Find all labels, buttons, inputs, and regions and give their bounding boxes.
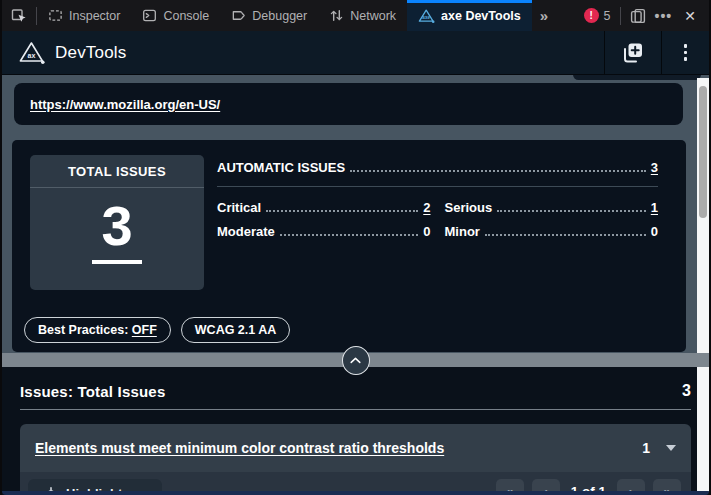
issue-card: Elements must meet minimum color contras… <box>20 424 691 495</box>
moderate-value: 0 <box>423 224 430 239</box>
scan-filter-pills: Best Practices: OFF WCAG 2.1 AA <box>24 317 290 343</box>
critical-value-link[interactable]: 2 <box>423 200 430 215</box>
devtools-meatball-menu-icon[interactable]: ••• <box>655 8 673 24</box>
responsive-design-mode-icon[interactable] <box>630 8 646 24</box>
serious-row: Serious 1 <box>445 200 659 215</box>
svg-text:axe: axe <box>422 15 430 20</box>
issue-rule-link[interactable]: Elements must meet minimum color contras… <box>35 440 642 456</box>
issues-section: Issues: Total Issues 3 Elements must mee… <box>2 367 709 495</box>
tab-inspector[interactable]: Inspector <box>37 0 131 31</box>
minor-label: Minor <box>445 224 480 239</box>
summary-scroll-area: https://www.mozilla.org/en-US/ TOTAL ISS… <box>2 75 709 353</box>
critical-label: Critical <box>217 200 261 215</box>
minor-value: 0 <box>651 224 658 239</box>
issues-total-count: 3 <box>682 382 691 400</box>
dot-leader <box>497 210 646 212</box>
tab-network-label: Network <box>350 9 396 23</box>
wcag-standard-pill[interactable]: WCAG 2.1 AA <box>181 317 291 343</box>
wcag-standard-label: WCAG 2.1 AA <box>195 323 277 337</box>
scanned-url-card: https://www.mozilla.org/en-US/ <box>14 83 683 125</box>
devtools-tabbar: Inspector Console Debugger <box>2 0 709 31</box>
element-picker-icon <box>11 8 27 24</box>
network-icon <box>329 8 344 23</box>
console-error-indicator[interactable]: ! 5 <box>584 8 611 23</box>
issue-title-row[interactable]: Elements must meet minimum color contras… <box>20 424 691 472</box>
element-picker-button[interactable] <box>2 0 36 31</box>
options-menu-button[interactable] <box>661 31 710 74</box>
add-page-icon <box>621 41 645 65</box>
collapse-summary-button[interactable] <box>342 346 370 375</box>
scanned-url-link[interactable]: https://www.mozilla.org/en-US/ <box>30 97 220 112</box>
inspector-icon <box>48 8 63 23</box>
stats-divider <box>217 186 658 187</box>
issue-summary-card: TOTAL ISSUES 3 AUTOMATIC ISSUES 3 Critic… <box>12 140 686 352</box>
automatic-issues-label: AUTOMATIC ISSUES <box>217 160 345 175</box>
serious-value-link[interactable]: 1 <box>651 200 658 215</box>
tab-console-label: Console <box>163 9 209 23</box>
issues-heading: Issues: Total Issues <box>20 383 165 400</box>
scrollbar-thumb[interactable] <box>699 86 707 218</box>
page-title: DevTools <box>55 43 127 63</box>
axe-logo-icon: axe <box>418 8 435 24</box>
total-issues-box: TOTAL ISSUES 3 <box>30 155 204 290</box>
debugger-icon <box>231 8 246 23</box>
axe-header: ax DevTools <box>2 31 709 75</box>
close-devtools-icon[interactable]: ✕ <box>681 8 699 24</box>
vertical-scrollbar[interactable] <box>697 78 709 492</box>
best-practices-label: Best Practices: <box>38 323 132 337</box>
console-icon <box>142 8 157 23</box>
best-practices-value: OFF <box>132 323 157 337</box>
minor-row: Minor 0 <box>445 224 659 239</box>
tab-console[interactable]: Console <box>131 0 220 31</box>
error-count: 5 <box>604 9 611 23</box>
axe-brand: ax DevTools <box>2 40 127 66</box>
error-badge-icon: ! <box>584 8 599 23</box>
tabbar-separator <box>620 7 621 25</box>
critical-row: Critical 2 <box>217 200 431 215</box>
axe-logo-icon: ax <box>18 40 46 66</box>
issue-rule-count: 1 <box>642 440 650 456</box>
serious-label: Serious <box>445 200 493 215</box>
chevron-down-icon[interactable] <box>666 445 676 451</box>
issues-divider <box>20 409 691 410</box>
kebab-menu-icon <box>678 44 694 61</box>
total-issues-label: TOTAL ISSUES <box>30 155 204 188</box>
double-chevron-icon: » <box>540 7 546 24</box>
more-tabs-button[interactable]: » <box>532 0 554 31</box>
total-issues-value-link[interactable]: 3 <box>92 197 141 264</box>
tabbar-right-controls: ! 5 ••• ✕ <box>584 0 709 31</box>
dot-leader <box>266 210 418 212</box>
dot-leader <box>485 234 646 236</box>
chevron-up-icon <box>350 357 361 364</box>
tab-axe-devtools-label: axe DevTools <box>441 9 521 23</box>
partially-scrolled-button[interactable] <box>573 75 701 80</box>
summary-stats: AUTOMATIC ISSUES 3 Critical 2 Serious <box>217 160 658 239</box>
tab-network[interactable]: Network <box>318 0 407 31</box>
svg-text:ax: ax <box>28 52 36 59</box>
moderate-row: Moderate 0 <box>217 224 431 239</box>
devtools-window: Inspector Console Debugger <box>0 0 711 495</box>
dot-leader <box>350 170 646 172</box>
moderate-label: Moderate <box>217 224 275 239</box>
tab-axe-devtools[interactable]: axe axe DevTools <box>407 0 532 31</box>
window-bottom-edge <box>2 491 709 495</box>
best-practices-toggle[interactable]: Best Practices: OFF <box>24 317 171 343</box>
automatic-issues-row: AUTOMATIC ISSUES 3 <box>217 160 658 175</box>
save-export-button[interactable] <box>604 31 661 74</box>
tab-debugger[interactable]: Debugger <box>220 0 318 31</box>
tab-debugger-label: Debugger <box>252 9 307 23</box>
automatic-issues-value-link[interactable]: 3 <box>651 160 658 175</box>
header-actions <box>604 31 710 74</box>
dot-leader <box>280 234 418 236</box>
tab-inspector-label: Inspector <box>69 9 120 23</box>
